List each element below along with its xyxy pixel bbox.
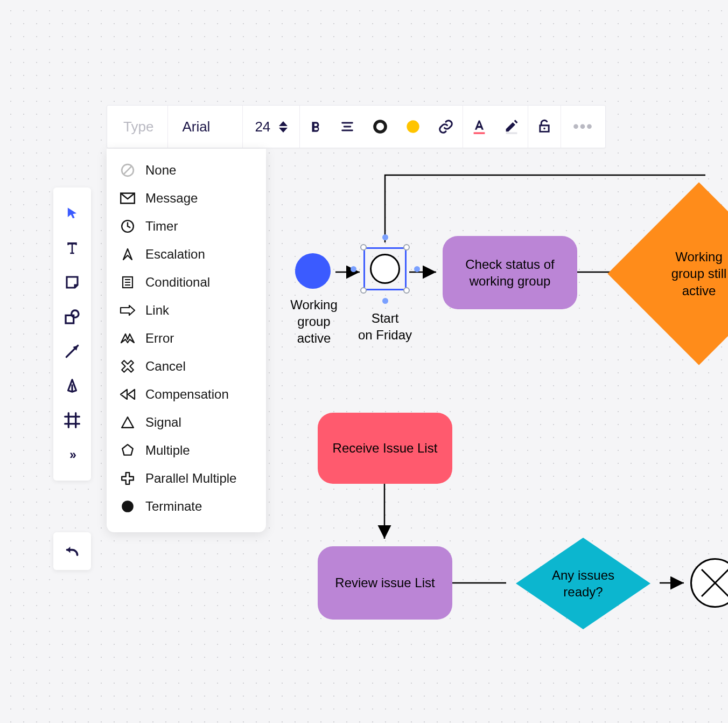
border-style-button[interactable] [363,106,397,148]
any-issues-gateway[interactable]: Any issues ready? [516,538,650,629]
task-label: Check status of working group [453,256,566,289]
cursor-icon [65,206,80,221]
note-tool[interactable] [53,265,91,300]
dropdown-label: None [145,163,176,178]
start-event-node[interactable] [295,253,331,289]
font-size-value: 24 [255,119,270,135]
font-family-select[interactable]: Arial [168,106,242,148]
task-label: Review issue List [335,574,435,591]
font-size-stepper[interactable]: 24 [243,106,299,148]
dropdown-label: Conditional [145,275,210,290]
dropdown-item-signal[interactable]: Signal [107,408,266,436]
envelope-icon [120,190,136,206]
dropdown-item-error[interactable]: Error [107,324,266,352]
link-icon [438,119,454,135]
dropdown-item-escalation[interactable]: Escalation [107,240,266,268]
gateway-label: Working group still active [671,248,727,299]
text-color-button[interactable] [463,106,495,148]
start-event-label: Working group active [282,296,346,347]
type-dropdown-trigger[interactable]: Type [107,106,167,148]
lock-button[interactable] [528,106,561,148]
highlight-button[interactable] [495,106,528,148]
text-tool[interactable] [53,231,91,265]
svg-point-0 [375,121,386,132]
terminate-icon [120,498,136,515]
align-button[interactable] [331,106,363,148]
select-tool[interactable] [53,196,91,231]
dropdown-item-message[interactable]: Message [107,184,266,212]
svg-line-9 [123,166,131,174]
svg-rect-2 [474,132,485,134]
error-icon [120,330,136,346]
dropdown-label: Cancel [145,359,186,374]
event-type-dropdown: None Message Timer Escalation Conditiona… [107,149,266,532]
working-group-active-gateway[interactable]: Working group still active [634,209,728,338]
dropdown-label: Escalation [145,247,205,262]
pen-tool[interactable] [53,369,91,403]
exclusive-gateway[interactable] [690,558,728,608]
pen-nib-icon [64,377,80,394]
chevrons-right-icon: ›› [69,447,75,462]
chevron-down-icon[interactable] [279,128,288,133]
conditional-icon [120,274,136,290]
top-toolbar: Type Arial 24 ••• [107,105,606,148]
ring-icon [372,119,388,135]
dropdown-item-timer[interactable]: Timer [107,212,266,240]
review-issue-task[interactable]: Review issue List [318,546,452,620]
dropdown-label: Error [145,331,174,346]
arrow-icon [64,343,81,360]
shape-tool[interactable] [53,300,91,334]
svg-rect-3 [506,132,517,134]
arrow-tool[interactable] [53,334,91,369]
dropdown-label: Compensation [145,387,229,402]
font-family-value: Arial [182,119,210,135]
timer-event-label: Start on Friday [353,310,417,343]
svg-point-1 [407,120,419,133]
unlock-icon [537,119,552,134]
more-dots-icon: ••• [573,117,593,136]
more-button[interactable]: ••• [561,106,605,148]
dropdown-label: Multiple [145,443,190,458]
frame-icon [64,412,81,429]
link-arrow-icon [120,302,136,318]
dropdown-item-none[interactable]: None [107,156,266,184]
bold-button[interactable] [300,106,331,148]
undo-button[interactable] [53,532,91,570]
link-button[interactable] [429,106,463,148]
none-icon [120,162,136,178]
escalation-icon [120,246,136,262]
dropdown-item-conditional[interactable]: Conditional [107,268,266,296]
fill-circle-icon [405,119,421,134]
compensation-icon [120,386,136,402]
clock-icon [120,218,136,234]
dropdown-item-multiple[interactable]: Multiple [107,436,266,464]
dropdown-label: Timer [145,219,178,234]
receive-issue-task[interactable]: Receive Issue List [318,413,452,484]
dropdown-item-compensation[interactable]: Compensation [107,380,266,408]
dropdown-label: Parallel Multiple [145,471,236,486]
fill-color-button[interactable] [397,106,429,148]
undo-icon [64,545,80,558]
signal-icon [120,414,136,430]
dropdown-label: Link [145,303,169,318]
check-status-task[interactable]: Check status of working group [443,236,577,309]
svg-point-6 [72,310,79,317]
align-center-icon [340,119,355,134]
dropdown-item-cancel[interactable]: Cancel [107,352,266,380]
svg-point-16 [122,500,134,512]
cancel-icon [120,358,136,374]
left-toolbar: ›› [53,187,91,481]
multiple-icon [120,442,136,458]
svg-point-4 [544,128,546,130]
text-icon [64,240,80,256]
frame-tool[interactable] [53,403,91,437]
dropdown-item-terminate[interactable]: Terminate [107,492,266,520]
dropdown-item-link[interactable]: Link [107,296,266,324]
text-color-icon [472,119,487,135]
dropdown-item-parallel-multiple[interactable]: Parallel Multiple [107,464,266,492]
chevron-up-icon[interactable] [279,121,288,126]
parallel-multiple-icon [120,470,136,486]
bold-icon [309,120,323,134]
shapes-icon [64,308,81,325]
expand-tool[interactable]: ›› [53,437,91,472]
